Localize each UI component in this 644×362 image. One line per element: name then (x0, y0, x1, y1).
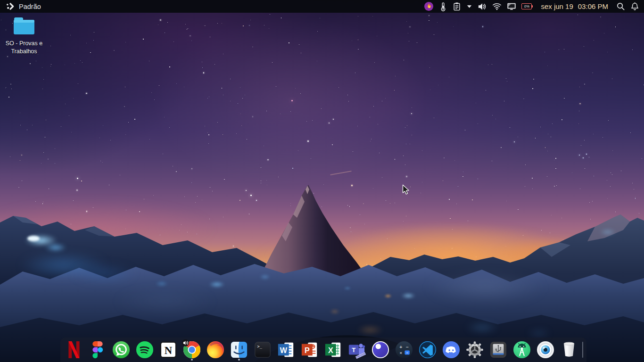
svg-text:+: + (399, 345, 402, 350)
dock-item-finder[interactable] (228, 338, 250, 361)
word-icon: W (277, 341, 295, 359)
dock-item-terminal[interactable]: >_ (252, 338, 273, 361)
clock[interactable]: sex jun 19 03:06 PM (541, 2, 608, 10)
dock-item-usb-drive[interactable] (487, 338, 509, 361)
volume-icon[interactable] (478, 0, 487, 13)
excel-icon: X (324, 341, 342, 359)
teams-icon: TPREVIEW (348, 341, 366, 359)
dock-separator (582, 342, 583, 358)
panel-caret-icon[interactable] (466, 0, 472, 13)
discord-icon (442, 341, 460, 359)
top-panel: Padrão 0% (0, 0, 644, 13)
flame-app-icon[interactable] (424, 0, 434, 13)
clipboard-icon[interactable] (453, 0, 461, 13)
dock-item-figma[interactable] (87, 338, 108, 361)
dock-item-excel[interactable]: X (322, 338, 344, 361)
running-indicator (191, 359, 193, 361)
spotify-icon (136, 341, 154, 359)
dock-item-settings[interactable] (464, 338, 486, 361)
firefox-icon (206, 341, 224, 359)
desktop-folder[interactable]: SO - Provas e Trabalhos (3, 17, 45, 56)
trash-icon (560, 341, 578, 359)
powerpoint-icon: P (301, 341, 319, 359)
battery-percent: 0% (524, 5, 529, 8)
workspace-label[interactable]: Padrão (19, 3, 41, 10)
svg-text:=: = (406, 350, 408, 355)
dock-item-netflix[interactable] (63, 338, 85, 361)
dock-item-notion[interactable]: N (157, 338, 179, 361)
calculator-icon: +−×= (395, 341, 413, 359)
dock-item-discord[interactable] (440, 338, 462, 361)
android-studio-icon (513, 341, 531, 359)
dock-item-insomnia[interactable] (370, 338, 391, 361)
dock-item-chrome[interactable] (181, 338, 203, 361)
figma-icon (89, 341, 107, 359)
svg-text:N: N (165, 345, 173, 356)
dock-item-teams[interactable]: TPREVIEW (346, 338, 368, 361)
notifications-bell-icon[interactable] (630, 0, 639, 13)
svg-text:T: T (352, 346, 355, 354)
wifi-icon[interactable] (492, 0, 502, 13)
svg-text:×: × (400, 350, 403, 355)
dock-item-calculator[interactable]: +−×= (393, 338, 415, 361)
terminal-icon: >_ (254, 341, 272, 359)
notion-icon: N (159, 341, 177, 359)
running-indicator (238, 359, 240, 361)
dock-item-vscode[interactable] (417, 338, 438, 361)
dock-item-trash[interactable] (558, 338, 580, 361)
svg-text:X: X (328, 346, 333, 354)
workspace-switcher-icon[interactable] (6, 0, 15, 13)
search-icon[interactable] (616, 0, 625, 13)
netflix-icon (65, 341, 83, 359)
desktop-folder-label: SO - Provas e Trabalhos (3, 40, 45, 56)
dock-item-camera[interactable] (535, 338, 556, 361)
whatsapp-icon (112, 341, 130, 359)
display-icon[interactable] (507, 0, 516, 13)
dock: N>_WPXTPREVIEW+−×= (60, 337, 586, 362)
finder-icon (230, 341, 248, 359)
clock-date: sex jun 19 (541, 2, 573, 10)
dock-item-android-studio[interactable] (511, 338, 533, 361)
dock-item-spotify[interactable] (134, 338, 156, 361)
svg-text:−: − (406, 345, 409, 350)
svg-text:P: P (305, 346, 310, 354)
usb-drive-icon (489, 341, 507, 359)
vscode-icon (419, 341, 437, 359)
snow-lights (0, 0, 644, 362)
settings-icon (466, 341, 484, 359)
mouse-cursor (402, 184, 411, 197)
thermometer-icon[interactable] (439, 0, 447, 13)
desktop: Padrão 0% (0, 0, 644, 362)
dock-item-whatsapp[interactable] (110, 338, 132, 361)
blue-folder-icon (13, 17, 35, 37)
battery-indicator[interactable]: 0% (521, 0, 533, 13)
audio-playing-badge (182, 339, 189, 346)
insomnia-icon (372, 341, 389, 359)
clock-time: 03:06 PM (578, 2, 608, 10)
dock-item-powerpoint[interactable]: P (299, 338, 321, 361)
svg-text:W: W (280, 346, 288, 354)
dock-item-word[interactable]: W (275, 338, 297, 361)
dock-item-firefox[interactable] (205, 338, 226, 361)
camera-icon (537, 341, 554, 359)
svg-text:>_: >_ (257, 344, 263, 349)
